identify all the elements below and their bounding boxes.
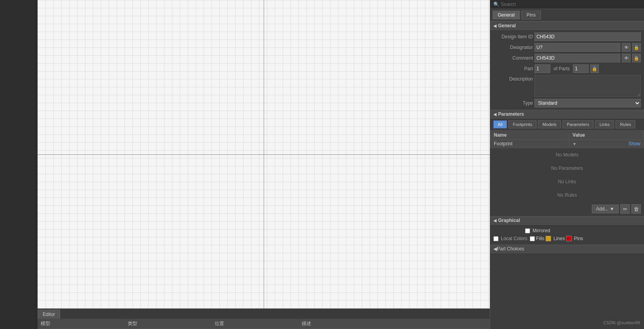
designator-lock-btn[interactable]: 🔒 — [632, 43, 641, 52]
lines-color-swatch[interactable] — [566, 236, 572, 241]
parameters-section-header[interactable]: ◀ Parameters — [490, 110, 644, 118]
tab-general[interactable]: General — [493, 11, 520, 19]
add-button[interactable]: Add... ▼ — [592, 205, 619, 213]
fills-checkbox[interactable] — [530, 236, 535, 241]
mirrored-label: Mirrored — [533, 228, 550, 233]
add-arrow-icon: ▼ — [610, 206, 614, 212]
no-links-text: No Links — [490, 175, 644, 188]
watermark: CSDN @xuetian99 — [603, 320, 640, 325]
graphical-section-header[interactable]: ◀ Graphical — [490, 216, 644, 225]
right-panel: 🔍 General Pins ◀ General Design Item ID … — [490, 0, 644, 329]
design-item-id-label: Design Item ID — [493, 34, 533, 39]
mirrored-row: Mirrored — [493, 228, 641, 233]
bottom-panel: Editor 模型 类型 位置 描述 — [38, 308, 490, 329]
comment-label: Comment — [493, 55, 533, 61]
parameters-section-title: Parameters — [498, 111, 524, 117]
params-col-value: Value — [569, 131, 644, 140]
param-tab-links[interactable]: Links — [595, 120, 614, 128]
footprint-value-cell: ▼ Show — [569, 140, 644, 148]
tab-pins[interactable]: Pins — [521, 11, 541, 19]
footprint-name-cell: Footprint — [491, 140, 569, 148]
part-lock-btn[interactable]: 🔒 — [590, 64, 599, 73]
local-colors-label: Local Colors — [501, 236, 527, 241]
designator-eye-btn[interactable]: 👁 — [622, 43, 631, 52]
description-label: Description — [493, 76, 533, 82]
comment-eye-btn[interactable]: 👁 — [622, 54, 631, 62]
of-parts-text: of Parts — [553, 66, 570, 71]
designator-label: Designator — [493, 45, 533, 50]
general-form: Design Item ID Designator 👁 🔒 Comment 👁 … — [490, 30, 644, 110]
bottom-tabs: Editor — [38, 309, 490, 319]
col-position: 位置 — [215, 320, 302, 327]
pins-color-group: Pins — [574, 236, 583, 241]
comment-input[interactable] — [534, 54, 620, 62]
col-type: 类型 — [128, 320, 215, 327]
general-section-header[interactable]: ◀ General — [490, 21, 644, 30]
type-select[interactable]: Standard — [534, 99, 641, 107]
param-tab-footprints[interactable]: Footprints — [508, 120, 536, 128]
canvas[interactable] — [38, 0, 490, 308]
footprint-dropdown-icon[interactable]: ▼ — [572, 142, 576, 146]
mirrored-checkbox[interactable] — [525, 228, 530, 233]
local-colors-row: Local Colors Fills Lines Pins — [493, 236, 641, 241]
fills-color-swatch[interactable] — [546, 236, 551, 241]
edit-button[interactable]: ✏ — [620, 204, 630, 214]
params-tabs: All Footprints Models Parameters Links R… — [490, 118, 644, 130]
part-choices-arrow-icon: ◀ — [493, 246, 497, 252]
search-icon: 🔍 — [493, 2, 499, 7]
params-col-name: Name — [491, 131, 569, 140]
lines-color-group: Lines — [553, 236, 572, 241]
footprint-label: Footprint — [494, 141, 512, 147]
param-tab-all[interactable]: All — [493, 120, 507, 128]
part-row: Part of Parts 🔒 — [493, 64, 641, 73]
of-parts-input[interactable] — [573, 64, 589, 73]
panel-tabs: General Pins — [490, 9, 644, 21]
general-section-title: General — [498, 23, 516, 28]
graphical-section: Mirrored Local Colors Fills Lines Pins — [490, 225, 644, 244]
design-item-id-input[interactable] — [534, 32, 641, 41]
graphical-section-title: Graphical — [498, 218, 520, 223]
part-input[interactable] — [534, 64, 550, 73]
canvas-vline — [264, 0, 264, 308]
general-arrow-icon: ◀ — [493, 24, 497, 28]
col-model: 模型 — [41, 320, 128, 327]
param-tab-models[interactable]: Models — [538, 120, 561, 128]
col-description: 描述 — [302, 320, 487, 327]
description-row: Description — [493, 75, 641, 97]
fills-color-group: Fills — [530, 236, 551, 241]
footprint-show-link[interactable]: Show — [629, 141, 640, 147]
no-models-text: No Models — [490, 148, 644, 162]
part-choices-title: Part Choices — [497, 246, 524, 252]
part-choices-header[interactable]: ◀ Part Choices — [490, 244, 644, 253]
type-row: Type Standard — [493, 99, 641, 107]
no-parameters-text: No Parameters — [490, 162, 644, 175]
param-tab-rules[interactable]: Rules — [616, 120, 635, 128]
design-item-id-row: Design Item ID — [493, 32, 641, 41]
designator-input[interactable] — [534, 43, 620, 52]
search-bar: 🔍 — [490, 0, 644, 9]
add-label: Add... — [596, 206, 608, 212]
canvas-area: Editor 模型 类型 位置 描述 — [38, 0, 490, 329]
lines-label: Lines — [553, 236, 565, 241]
comment-lock-btn[interactable]: 🔒 — [632, 54, 641, 62]
fills-label: Fills — [536, 236, 544, 241]
search-input[interactable] — [501, 2, 641, 7]
params-table: Name Value Footprint ▼ Show — [490, 130, 644, 148]
pins-label: Pins — [574, 236, 583, 241]
param-tab-parameters[interactable]: Parameters — [563, 120, 594, 128]
comment-row: Comment 👁 🔒 — [493, 54, 641, 62]
left-sidebar — [0, 0, 38, 329]
add-row: Add... ▼ ✏ 🗑 — [490, 202, 644, 216]
parameters-arrow-icon: ◀ — [493, 112, 497, 117]
editor-tab[interactable]: Editor — [38, 310, 60, 319]
graphical-arrow-icon: ◀ — [493, 218, 497, 223]
footprint-row[interactable]: Footprint ▼ Show — [491, 140, 644, 148]
description-input[interactable] — [534, 75, 641, 97]
designator-row: Designator 👁 🔒 — [493, 43, 641, 52]
part-label: Part — [493, 66, 533, 71]
no-rules-text: No Rules — [490, 188, 644, 202]
delete-button[interactable]: 🗑 — [631, 204, 641, 214]
type-label: Type — [493, 100, 533, 106]
bottom-table-header: 模型 类型 位置 描述 — [38, 319, 490, 329]
local-colors-checkbox[interactable] — [493, 236, 499, 241]
